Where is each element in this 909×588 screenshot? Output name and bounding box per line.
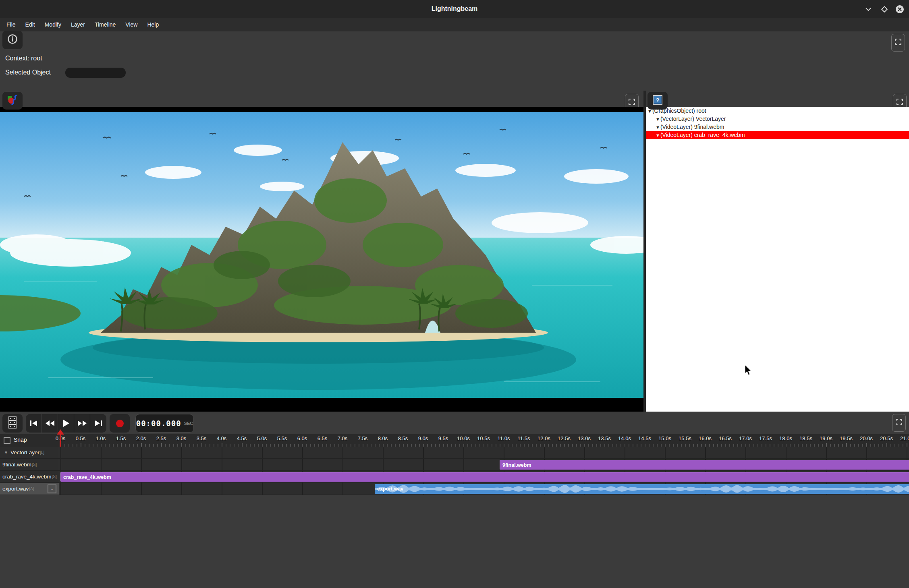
grid-line bbox=[584, 447, 585, 458]
grid-line bbox=[463, 459, 464, 470]
fullscreen-icon bbox=[895, 39, 901, 47]
track-label-cell[interactable]: ▼VectorLayer[L] bbox=[0, 447, 59, 458]
tree-item[interactable]: ▼(VideoLayer) 9final.webm bbox=[646, 123, 909, 131]
ruler-tick bbox=[81, 443, 81, 447]
object-tree-panel: ? ▼(GraphicsObject) root▼(VectorLayer) V… bbox=[646, 91, 909, 412]
menubar: FileEditModifyLayerTimelineViewHelp bbox=[0, 18, 909, 31]
time-value: 00:00.000 bbox=[136, 419, 181, 428]
tree-expand-icon[interactable]: ▼ bbox=[656, 117, 660, 122]
ruler-label: 14.5s bbox=[638, 435, 651, 441]
track-label-cell[interactable]: export.wav[A]- bbox=[0, 483, 59, 495]
grid-line bbox=[463, 447, 464, 458]
grid-line bbox=[665, 447, 666, 458]
fast-forward-button[interactable] bbox=[74, 414, 90, 433]
rewind-button[interactable] bbox=[42, 414, 58, 433]
menu-item-modify[interactable]: Modify bbox=[40, 18, 66, 31]
skip-end-button[interactable] bbox=[90, 414, 106, 433]
ruler-tick bbox=[826, 443, 827, 447]
tree-item[interactable]: ▼(VectorLayer) VectorLayer bbox=[646, 115, 909, 123]
ruler-label: 19.5s bbox=[840, 435, 853, 441]
track-row-crab_rave_4k.webm: crab_rave_4k.webm[S]crab_rave_4k.webm bbox=[0, 471, 909, 483]
ruler-label: 7.0s bbox=[338, 435, 348, 441]
grid-line bbox=[342, 447, 343, 458]
track-type-badge: [S] bbox=[52, 474, 57, 479]
ruler-label: 16.5s bbox=[719, 435, 732, 441]
track-name: crab_rave_4k.webm bbox=[2, 474, 52, 480]
menu-item-edit[interactable]: Edit bbox=[21, 18, 40, 31]
track-row-VectorLayer: ▼VectorLayer[L] bbox=[0, 447, 909, 459]
grid-line bbox=[826, 447, 827, 458]
track-label-cell[interactable]: 9final.webm[S] bbox=[0, 459, 59, 470]
ruler-label: 9.0s bbox=[418, 435, 428, 441]
timeline-tab-button[interactable] bbox=[2, 414, 23, 433]
track-row-9final.webm: 9final.webm[S]9final.webm bbox=[0, 459, 909, 471]
timeline-tracks: ▼VectorLayer[L]9final.webm[S]9final.webm… bbox=[0, 447, 909, 495]
clip-crab_rave_4k.webm[interactable]: crab_rave_4k.webm bbox=[60, 472, 909, 482]
ruler-label: 13.0s bbox=[578, 435, 591, 441]
minimize-icon[interactable] bbox=[862, 3, 874, 15]
close-icon[interactable] bbox=[894, 3, 906, 15]
ruler-label: 1.0s bbox=[96, 435, 106, 441]
grid-line bbox=[423, 447, 424, 458]
selected-object-label: Selected Object bbox=[5, 69, 51, 76]
grid-line bbox=[342, 483, 343, 495]
info-fullscreen-button[interactable] bbox=[891, 34, 905, 52]
ruler-tick bbox=[866, 443, 867, 447]
menu-item-help[interactable]: Help bbox=[142, 18, 164, 31]
ruler-label: 18.5s bbox=[799, 435, 812, 441]
timeline-fullscreen-button[interactable] bbox=[892, 414, 906, 432]
tree-tab-button[interactable]: ? bbox=[648, 92, 668, 110]
time-unit: SEC bbox=[184, 421, 193, 426]
record-button[interactable] bbox=[110, 414, 130, 433]
collapse-icon[interactable]: ▼ bbox=[4, 450, 8, 455]
ruler-label: 9.5s bbox=[438, 435, 448, 441]
track-toggle-button[interactable]: - bbox=[48, 484, 56, 493]
grid-line bbox=[625, 447, 625, 458]
ruler-tick bbox=[201, 443, 202, 447]
timeline-ruler[interactable]: Snap 0.0s0.5s1.0s1.5s2.0s2.5s3.0s3.5s4.0… bbox=[0, 434, 909, 447]
grid-line bbox=[302, 447, 303, 458]
tree-item[interactable]: ▼(GraphicsObject) root bbox=[646, 107, 909, 115]
ruler-label: 10.0s bbox=[457, 435, 470, 441]
grid-line bbox=[222, 447, 222, 458]
info-tab-button[interactable] bbox=[2, 31, 23, 49]
ruler-label: 7.5s bbox=[358, 435, 368, 441]
info-panel: Context: root Selected Object bbox=[0, 31, 909, 91]
grid-line bbox=[262, 459, 263, 470]
object-tree: ▼(GraphicsObject) root▼(VectorLayer) Vec… bbox=[646, 107, 909, 412]
ruler-label: 11.0s bbox=[498, 435, 510, 441]
ruler-label: 2.0s bbox=[136, 435, 146, 441]
grid-line bbox=[383, 459, 384, 470]
ruler-label: 2.5s bbox=[156, 435, 166, 441]
selected-object-input[interactable] bbox=[65, 68, 126, 78]
ruler-tick bbox=[907, 443, 907, 447]
ruler-label: 21.0s bbox=[900, 435, 909, 441]
playhead[interactable] bbox=[60, 433, 61, 447]
track-label-cell[interactable]: crab_rave_4k.webm[S] bbox=[0, 471, 59, 482]
ruler-label: 4.5s bbox=[237, 435, 247, 441]
tree-expand-icon[interactable]: ▼ bbox=[656, 133, 660, 138]
grid-line bbox=[60, 447, 61, 458]
grid-line bbox=[101, 447, 102, 458]
menu-item-timeline[interactable]: Timeline bbox=[90, 18, 120, 31]
stage-tab-button[interactable] bbox=[2, 92, 23, 110]
menu-item-layer[interactable]: Layer bbox=[66, 18, 90, 31]
ruler-tick bbox=[222, 443, 222, 447]
ruler-label: 20.5s bbox=[880, 435, 893, 441]
maximize-icon[interactable] bbox=[878, 3, 890, 15]
fullscreen-icon bbox=[629, 99, 635, 107]
tree-expand-icon[interactable]: ▼ bbox=[656, 125, 660, 130]
fullscreen-icon bbox=[897, 99, 903, 107]
menu-item-file[interactable]: File bbox=[2, 18, 21, 31]
ruler-label: 12.5s bbox=[558, 435, 571, 441]
clip-9final.webm[interactable]: 9final.webm bbox=[500, 460, 909, 470]
clip-export.wav[interactable]: export.wav bbox=[375, 484, 909, 494]
menu-item-view[interactable]: View bbox=[120, 18, 142, 31]
ruler-label: 18.0s bbox=[779, 435, 792, 441]
ruler-label: 17.5s bbox=[759, 435, 772, 441]
tree-item[interactable]: ▼(VideoLayer) crab_rave_4k.webm bbox=[646, 131, 909, 139]
stage-viewport[interactable] bbox=[0, 107, 643, 412]
grid-line bbox=[60, 483, 61, 495]
snap-checkbox[interactable] bbox=[4, 437, 10, 444]
skip-start-button[interactable] bbox=[26, 414, 42, 433]
